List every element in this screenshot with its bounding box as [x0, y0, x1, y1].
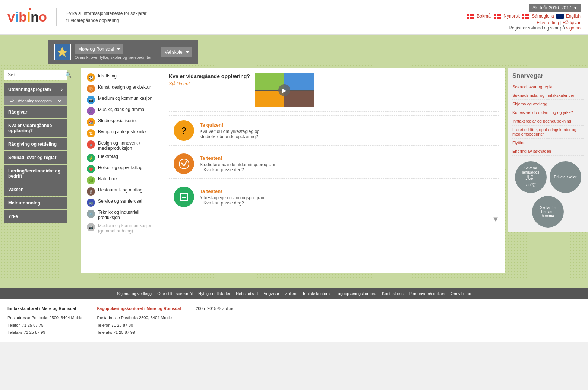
- radgivar-link[interactable]: Rådgivar: [563, 20, 581, 25]
- program-idrettsfag[interactable]: ⚽ Idrettsfag: [87, 73, 161, 82]
- nav-item-laerling[interactable]: Lærling/lærekandidat og bedrift: [4, 165, 67, 183]
- county-select[interactable]: Møre og Romsdal: [75, 44, 123, 54]
- vigo-link[interactable]: vigo.no: [566, 25, 581, 31]
- arrow-icon: ›: [61, 87, 63, 92]
- header-right: Skoleår 2016–2017 ▼ Bokmål Nynorsk Sámeg…: [467, 4, 581, 31]
- content-right: Kva er vidaregåande opplæring? Sjå filme…: [169, 73, 499, 237]
- lang-nynorsk[interactable]: Nynorsk: [503, 13, 520, 19]
- footer-link-ofte[interactable]: Ofte stilte spørsmål: [157, 291, 193, 296]
- test-card-2[interactable]: Ta testen! Yrkesfaglege utdanningsprogra…: [169, 182, 499, 212]
- program-design[interactable]: ✂️ Design og handverk / medieproduksjon: [87, 140, 161, 151]
- quiz-icon: ?: [174, 120, 194, 141]
- snav-link-fristar[interactable]: Søknadsfristar og inntakskalender: [512, 91, 584, 100]
- program-bygg[interactable]: 🏗 Bygg- og anleggsteknikk: [87, 129, 161, 137]
- program-service[interactable]: 🚌 Service og samferdsel: [87, 199, 161, 207]
- test1-desc1: Studieførebuande utdanningsprogram: [200, 162, 275, 167]
- prog-icon-restaurant: 🍴: [87, 187, 95, 196]
- prog-icon-service: 🚌: [87, 199, 95, 207]
- program-restaurant[interactable]: 🍴 Restaurant- og matfag: [87, 187, 161, 196]
- footer-link-fagop[interactable]: Fagopplæringskontora: [335, 291, 376, 296]
- program-teknikk[interactable]: ⚙️ Teknikk og industriell produksjon: [87, 210, 161, 220]
- program-elektro[interactable]: ⚡ Elektrofag: [87, 154, 161, 162]
- prog-icon-kunst: 🎨: [87, 85, 95, 93]
- program-musikk[interactable]: 🎵 Musikk, dans og drama: [87, 107, 161, 115]
- footer-link-nyttige[interactable]: Nyttige nettstader: [198, 291, 230, 296]
- search-container: 🔍: [4, 70, 78, 80]
- snav-link-endring[interactable]: Endring av søknaden: [512, 147, 584, 156]
- program-medium[interactable]: 📷 Medium og kommunikasjon: [87, 96, 161, 104]
- test2-icon: [174, 187, 194, 207]
- elevfarling-link[interactable]: Elevfærling: [537, 20, 559, 25]
- footer-link-vegvisar[interactable]: Vegvisar til vibli.no: [263, 291, 297, 296]
- circle-several-languages[interactable]: Several languages 几㌘ ภา南: [515, 161, 547, 193]
- quiz-title: Ta quizen!: [200, 122, 260, 128]
- school-select[interactable]: Vel skole: [161, 47, 192, 57]
- programs-list: ⚽ Idrettsfag 🎨 Kunst, design og arkitekt…: [87, 73, 165, 237]
- circle-skolar-horsels[interactable]: Skolar for hørsels-hemma: [532, 196, 564, 228]
- program-medium-gammal[interactable]: 📷 Medium og kommunikasjon (gammal ordnin…: [87, 223, 161, 234]
- register-row: Registrer søknad og svar på vigo.no: [467, 25, 581, 31]
- play-button[interactable]: ▶: [278, 84, 290, 96]
- search-input[interactable]: [4, 70, 67, 80]
- nav-item-yrke[interactable]: Yrke: [4, 210, 67, 223]
- snav-link-soknad[interactable]: Søknad, svar og reglar: [512, 83, 584, 91]
- circle-private-skolar[interactable]: Private skolar: [550, 161, 581, 193]
- footer-link-kontakt[interactable]: Kontakt oss: [382, 291, 403, 296]
- lang-english[interactable]: English: [566, 13, 581, 19]
- search-button[interactable]: 🔍: [65, 72, 72, 78]
- footer-col2-line1: Postadresse Postboks 2500, 6404 Molde: [97, 314, 181, 322]
- test-card-1[interactable]: Ta testen! Studieførebuande utdanningspr…: [169, 149, 499, 179]
- footer-link-skjema[interactable]: Skjema og vedlegg: [117, 291, 152, 296]
- footer-link-om[interactable]: Om vibli.no: [451, 291, 471, 296]
- nav-item-vaksen[interactable]: Vaksen: [4, 183, 67, 196]
- scroll-indicator: ▼: [169, 215, 499, 223]
- left-navigation: 🔍 Utdanningsprogram › Vel utdanningsprog…: [4, 68, 78, 273]
- svg-point-2: [179, 159, 189, 169]
- video-section: Kva er vidaregåande opplæring? Sjå filme…: [169, 73, 499, 112]
- prog-icon-teknikk: ⚙️: [87, 210, 95, 218]
- snav-link-skjema[interactable]: Skjema og vedlegg: [512, 100, 584, 108]
- program-kunst[interactable]: 🎨 Kunst, design og arkitektur: [87, 85, 161, 93]
- program-helse[interactable]: ❤️ Helse- og oppvekstfag: [87, 165, 161, 173]
- utdanning-select[interactable]: Vel utdanningsprogram: [8, 98, 63, 104]
- page-header: viblno Fylka si informasjonsteneste for …: [0, 0, 588, 35]
- quiz-desc1: Kva veit du om yrkesfagleg og: [200, 129, 260, 134]
- test1-desc2: – Kva kan passe deg?: [200, 167, 275, 172]
- snarvegar-box: Snarvegar Søknad, svar og reglar Søknads…: [508, 68, 588, 232]
- video-thumbnail[interactable]: ▶: [255, 73, 314, 107]
- program-studie[interactable]: 📚 Studiespesialisering: [87, 118, 161, 126]
- lang-samegiella[interactable]: Sámegiella: [532, 13, 554, 19]
- nav-item-kva[interactable]: Kva er vidaregåande opplæring?: [4, 119, 67, 137]
- footer-link-nettstadkart[interactable]: Nettstadkart: [236, 291, 258, 296]
- auth-row: Elevfærling | Rådgivar: [467, 20, 581, 25]
- test2-desc1: Yrkesfaglege utdanningsprogram: [200, 195, 266, 200]
- nav-select-utdanning[interactable]: Vel utdanningsprogram: [4, 96, 67, 105]
- quiz-card[interactable]: ? Ta quizen! Kva veit du om yrkesfagleg …: [169, 115, 499, 146]
- nav-item-soknad[interactable]: Søknad, svar og reglar: [4, 151, 67, 164]
- footer-col2-line3: Telefaks 71 25 87 99: [97, 329, 181, 336]
- snav-link-inntaks[interactable]: Inntaksreglar og poengutrekning: [512, 117, 584, 126]
- quiz-desc2: studieførebuande opplæring?: [200, 134, 260, 139]
- snav-link-korleis[interactable]: Korleis vel du utdanning og yrke?: [512, 108, 584, 117]
- nav-item-radgivar[interactable]: Rådgivar: [4, 106, 67, 118]
- lang-bokmal[interactable]: Bokmål: [477, 13, 491, 19]
- snav-link-flytting[interactable]: Flytting: [512, 139, 584, 147]
- county-badge: [54, 44, 71, 60]
- prog-icon-elektro: ⚡: [87, 154, 95, 162]
- flag-norway-1: [467, 14, 474, 19]
- prog-icon-medium-gammal: 📷: [87, 223, 95, 231]
- prog-icon-medium: 📷: [87, 96, 95, 104]
- nav-item-utdanningsprogram[interactable]: Utdanningsprogram ›: [4, 83, 67, 96]
- snav-link-laere[interactable]: Lærebedrifter, opplæringskontor og medle…: [512, 126, 584, 139]
- svg-rect-3: [180, 193, 188, 201]
- program-natur[interactable]: 🌿 Naturbruk: [87, 176, 161, 184]
- prog-icon-design: ✂️: [87, 140, 95, 149]
- footer-link-personvern[interactable]: Personvern/cookies: [409, 291, 445, 296]
- nav-item-radgiving[interactable]: Rådgiving og rettleiing: [4, 138, 67, 150]
- test1-title: Ta testen!: [200, 155, 275, 161]
- logo[interactable]: viblno: [7, 10, 47, 24]
- footer-link-inntaks[interactable]: Inntakskontora: [303, 291, 330, 296]
- school-year-selector[interactable]: Skoleår 2016–2017 ▼: [529, 4, 581, 12]
- county-school-bar: Møre og Romsdal Oversikt over fylke, sko…: [0, 35, 588, 64]
- nav-item-meir[interactable]: Meir utdanning: [4, 197, 67, 209]
